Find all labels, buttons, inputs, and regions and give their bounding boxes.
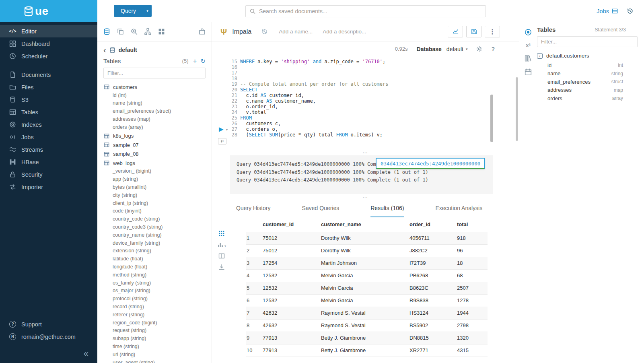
add-table-icon[interactable]: + [193,58,197,64]
nav-item-scheduler[interactable]: Scheduler [0,50,97,62]
col-header-customer_name[interactable]: customer_name [320,217,409,232]
result-row[interactable]: 175012Dorothy Wilk4056711918 [246,232,488,244]
active-table[interactable]: i default.customers [537,53,644,59]
result-row[interactable]: 512532Melvin GarciaB8623C2507 [246,282,488,294]
tree-column[interactable]: country_code3 (string) [97,223,212,231]
nav-item-editor[interactable]: </>Editor [0,25,97,37]
tree-column[interactable]: country_name (string) [97,231,212,239]
tree-column[interactable]: method (string) [97,271,212,279]
result-row[interactable]: 742632Raymond S. VestalHS31241944 [246,307,488,319]
collections-source-icon[interactable] [199,28,206,35]
tree-column[interactable]: longitude (float) [97,263,212,271]
tree-column[interactable]: country_code (string) [97,215,212,223]
nav-item-user[interactable]: R romain@gethue.com [0,330,97,343]
tree-column[interactable]: orders (array) [97,124,212,132]
tree-column[interactable]: time (string) [97,343,212,351]
nav-item-documents[interactable]: Documents [0,68,97,81]
collapse-sidebar-icon[interactable]: « [84,349,88,358]
column-orders[interactable]: ordersarray [537,94,644,103]
jobs-link[interactable]: Jobs [597,8,618,14]
tab-saved-queries[interactable]: Saved Queries [302,200,339,217]
download-results-icon[interactable] [218,264,225,270]
global-search[interactable] [245,5,486,17]
tree-table-sample_08[interactable]: sample_08 [97,149,212,159]
tree-column[interactable]: device_family (string) [97,239,212,248]
result-row[interactable]: 612532Melvin GarciaR9S8381278 [246,294,488,307]
engine-name[interactable]: Impala [232,28,251,35]
tab-results[interactable]: Results (106) [370,200,404,217]
nav-item-hbase[interactable]: HBase [0,156,97,168]
snippet-settings-button[interactable]: ▮▾ [218,138,226,144]
col-header-total[interactable]: total [456,217,488,232]
tree-column[interactable]: region_code (bigint) [97,319,212,327]
search-input[interactable] [259,8,481,14]
execute-options-caret[interactable]: ▾ [226,128,228,132]
query-caret-icon[interactable]: ▾ [143,5,152,17]
database-dropdown[interactable]: default▾ [446,46,468,52]
tree-column[interactable]: request (string) [97,327,212,335]
nav-item-dashboard[interactable]: Dashboard [0,37,97,50]
tree-column[interactable]: city (string) [97,192,212,200]
tree-column[interactable]: app (string) [97,175,212,184]
nav-item-s3[interactable]: S3 [0,93,97,106]
query-history-icon[interactable] [627,8,634,14]
refresh-tables-icon[interactable]: ↻ [200,58,206,64]
help-icon[interactable]: ? [491,46,495,52]
back-chevron-icon[interactable]: ‹ [103,47,106,52]
tree-column[interactable]: code (tinyint) [97,207,212,215]
right-filter-input[interactable] [537,36,638,47]
tree-column[interactable]: os_family (string) [97,279,212,287]
tables-filter-input[interactable] [103,68,206,78]
tree-table-web_logs[interactable]: web_logs [97,159,212,168]
tree-column[interactable]: id (int) [97,92,212,100]
tree-table-customers[interactable]: customers [97,82,212,92]
schedule-icon[interactable] [525,68,532,76]
chart-button[interactable] [448,26,463,37]
result-row[interactable]: 412532Melvin GarciaPB626868 [246,269,488,282]
language-reference-icon[interactable] [525,55,532,62]
info-icon[interactable]: i [537,53,543,59]
tree-column[interactable]: addresses (map) [97,116,212,124]
query-id-tooltip[interactable]: 034d413ec7474ed5:4249de1000000000 [376,158,485,169]
tree-column[interactable]: url (string) [97,351,212,359]
column-addresses[interactable]: addressesmap [537,86,644,95]
tree-column[interactable]: name (string) [97,99,212,107]
sitemap-source-icon[interactable] [144,28,151,35]
tree-table-sample_07[interactable]: sample_07 [97,140,212,150]
tree-column[interactable]: email_preferences (struct) [97,107,212,116]
query-name-input[interactable] [279,29,317,35]
tree-column[interactable]: subapp (string) [97,335,212,343]
column-email_preferences[interactable]: email_preferencesstruct [537,78,644,86]
tree-column[interactable]: user_agent (string) [97,359,212,363]
tree-column[interactable]: os_major (string) [97,287,212,295]
column-name[interactable]: namestring [537,70,644,78]
documents-source-icon[interactable] [117,28,124,35]
result-row[interactable]: 977913Betty J. GiambroneDN88151320 [246,332,488,344]
tree-column[interactable]: extension (string) [97,247,212,255]
zoom-source-icon[interactable] [131,28,138,35]
grid-view-icon[interactable] [218,230,225,237]
active-table-name[interactable]: default.customers [546,53,589,59]
more-actions-button[interactable]: ⋮ [485,26,500,37]
tree-column[interactable]: latitude (float) [97,255,212,263]
nav-item-importer[interactable]: Importer [0,181,97,193]
tab-query-history[interactable]: Query History [236,200,271,217]
apps-source-icon[interactable] [158,28,165,35]
tab-execution-analysis[interactable]: Execution Analysis [435,200,482,217]
column-id[interactable]: idint [537,61,644,70]
nav-item-tables[interactable]: Tables [0,106,97,118]
breadcrumb-database[interactable]: default [119,47,137,53]
query-description-input[interactable] [323,29,367,35]
resize-handle-top[interactable]: ⋯ [212,150,519,155]
tree-column[interactable]: _version_ (bigint) [97,167,212,175]
nav-item-jobs[interactable]: Jobs [0,131,97,143]
tree-column[interactable]: record (string) [97,303,212,311]
columns-toggle-icon[interactable] [218,253,225,259]
result-row[interactable]: 317254Martin JohnsonI72T3918 [246,257,488,269]
result-row[interactable]: 842632Raymond S. VestalBS59022798 [246,319,488,332]
nav-item-indexes[interactable]: Indexes [0,118,97,131]
code-lines[interactable]: WHERE a.key = 'shipping' and a.zip_code … [240,59,519,150]
query-button[interactable]: Query ▾ [114,5,152,17]
tree-column[interactable]: referer (string) [97,311,212,319]
tree-table-k8s_logs[interactable]: k8s_logs [97,131,212,140]
